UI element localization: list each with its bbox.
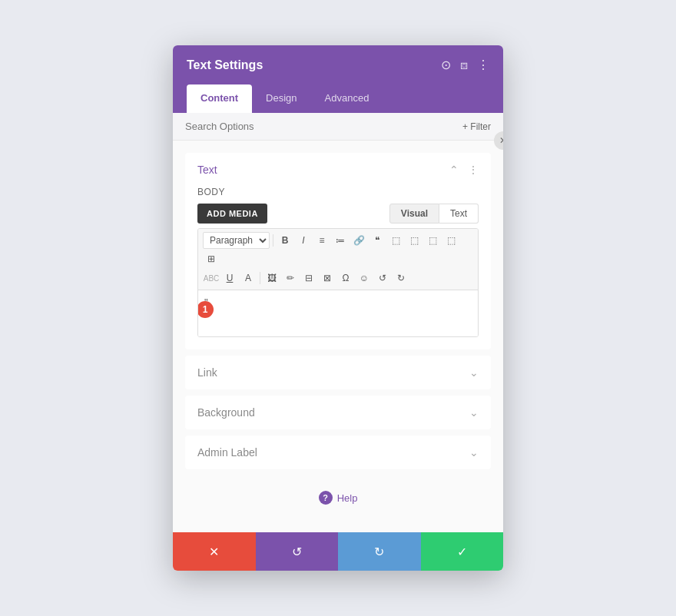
format-button[interactable]: ⊟ [300,270,317,286]
layout-icon[interactable]: ⧈ [460,58,468,72]
link-section: Link ⌄ [185,356,491,389]
save-button[interactable]: ✓ [421,532,504,571]
text-section-chevron: ⌃ [449,164,459,176]
text-settings-modal: Text Settings ⊙ ⧈ ⋮ Content Design Advan… [173,45,503,571]
more-icon[interactable]: ⋮ [477,58,489,72]
search-bar: + Filter [173,113,503,141]
eraser-button[interactable]: ✏ [282,270,299,286]
editor-content-wrapper: 1 " [204,296,472,308]
undo-editor-button[interactable]: ↺ [374,270,391,286]
blockquote-button[interactable]: ❝ [369,232,386,249]
toolbar-sep-1 [273,234,273,247]
emoji-button[interactable]: ☺ [356,270,373,286]
admin-label-section: Admin Label ⌄ [185,436,491,469]
background-section-chevron: ⌄ [469,406,479,419]
align-left-button[interactable]: ⬚ [387,232,404,249]
admin-section-chevron: ⌄ [469,446,479,459]
editor-toolbar: Paragraph Heading 1 Heading 2 Heading 3 … [198,229,478,290]
modal-title: Text Settings [187,58,263,72]
tab-advanced[interactable]: Advanced [311,84,383,113]
filter-button[interactable]: + Filter [462,121,491,132]
modal-header: Text Settings ⊙ ⧈ ⋮ [173,45,503,84]
text-section-dots[interactable]: ⋮ [468,164,479,176]
paragraph-select[interactable]: Paragraph Heading 1 Heading 2 Heading 3 [203,232,270,249]
visual-toggle[interactable]: Visual [389,204,439,224]
media-button[interactable]: 🖼 [263,270,280,286]
unordered-list-button[interactable]: ≡ [313,232,330,249]
link-section-header[interactable]: Link ⌄ [185,356,491,389]
underline-button[interactable]: U [221,270,238,286]
background-section: Background ⌄ [185,396,491,429]
body-label: Body [197,187,479,197]
text-section: Text ⌃ ⋮ Body ADD MEDIA Visual Text [185,153,491,349]
search-input[interactable] [185,121,462,132]
text-toggle[interactable]: Text [439,204,479,224]
help-label: Help [337,492,358,504]
tab-content[interactable]: Content [187,84,252,113]
editor-toolbar-top: ADD MEDIA Visual Text [197,204,479,224]
omega-button[interactable]: Ω [337,270,354,286]
tab-design[interactable]: Design [252,84,310,113]
background-section-title: Background [197,406,255,419]
align-right-button[interactable]: ⬚ [424,232,441,249]
admin-section-header[interactable]: Admin Label ⌄ [185,436,491,469]
admin-section-title: Admin Label [197,446,257,459]
link-section-chevron: ⌄ [469,366,479,379]
ordered-list-button[interactable]: ≔ [332,232,349,249]
undo-button[interactable]: ↺ [256,532,339,571]
header-icons: ⊙ ⧈ ⋮ [441,58,489,72]
responsive-icon[interactable]: ⊙ [441,58,451,72]
modal-footer: ✕ ↺ ↻ ✓ [173,532,503,571]
content-area: Text ⌃ ⋮ Body ADD MEDIA Visual Text [173,141,503,532]
redo-button[interactable]: ↻ [338,532,421,571]
align-justify-button[interactable]: ⬚ [442,232,459,249]
indent-button[interactable]: ⊠ [319,270,336,286]
text-color-button[interactable]: A [240,270,257,286]
toolbar-row-2: ABC U A 🖼 ✏ ⊟ ⊠ Ω ☺ ↺ ↻ [203,270,473,286]
help-icon: ? [319,491,333,505]
italic-button[interactable]: I [295,232,312,249]
editor-wrapper: Paragraph Heading 1 Heading 2 Heading 3 … [197,228,479,337]
text-section-body: Body ADD MEDIA Visual Text Paragraph Hea… [185,187,491,349]
table-button[interactable]: ⊞ [203,250,220,267]
cancel-button[interactable]: ✕ [173,532,256,571]
visual-text-toggle: Visual Text [389,204,479,224]
align-center-button[interactable]: ⬚ [406,232,422,249]
bold-button[interactable]: B [277,232,293,249]
link-section-title: Link [197,366,217,379]
editor-body[interactable]: 1 " [198,290,478,336]
toolbar-sep-2 [260,272,260,284]
text-section-title: Text [197,164,217,176]
text-section-header[interactable]: Text ⌃ ⋮ [185,153,491,187]
redo-editor-button[interactable]: ↻ [393,270,409,286]
link-button[interactable]: 🔗 [350,232,367,249]
strikethrough-button[interactable]: ABC [203,270,220,286]
badge-1: 1 [197,301,214,318]
background-section-header[interactable]: Background ⌄ [185,396,491,429]
tabs-bar: Content Design Advanced [173,84,503,113]
toolbar-row-1: Paragraph Heading 1 Heading 2 Heading 3 … [203,232,473,267]
help-area[interactable]: ? Help [185,475,491,520]
add-media-button[interactable]: ADD MEDIA [197,204,267,224]
